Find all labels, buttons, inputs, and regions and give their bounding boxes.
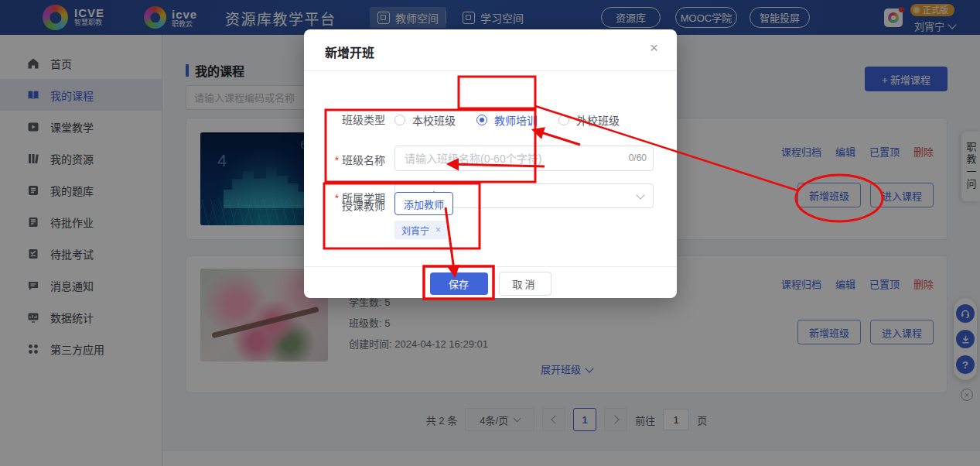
class-type-label: 班级类型	[319, 109, 385, 131]
chevron-down-icon	[636, 190, 644, 199]
radio-teacher-training[interactable]: 教师培训	[476, 112, 538, 128]
class-name-label: 班级名称	[319, 152, 385, 167]
radio-external-school-class[interactable]: 外校班级	[558, 112, 620, 128]
add-class-modal: 新增开班 × 班级类型 本校班级 教师培训 外校班级 班级名称 0/60 所属学…	[304, 29, 677, 298]
radio-icon-selected	[476, 115, 487, 125]
radio-icon	[558, 115, 569, 125]
save-button[interactable]: 保存	[430, 272, 488, 295]
char-counter: 0/60	[629, 152, 647, 163]
radio-icon	[394, 115, 405, 125]
modal-header: 新增开班 ×	[304, 29, 677, 71]
class-name-field: 0/60	[394, 146, 654, 171]
class-name-input[interactable]	[394, 146, 654, 171]
add-teacher-button[interactable]: 添加教师	[394, 192, 453, 215]
modal-footer: 保存 取消	[304, 266, 677, 298]
class-type-radio-group: 本校班级 教师培训 外校班级	[394, 109, 640, 131]
teacher-label: 授课教师	[319, 197, 385, 213]
close-icon[interactable]: ×	[650, 40, 658, 55]
teacher-tag: 刘宵宁 ×	[394, 221, 448, 239]
modal-title: 新增开班	[325, 43, 374, 61]
tag-remove-icon[interactable]: ×	[435, 224, 441, 235]
app-screen: ICVE 智慧职教 icve 职教云 资源库教学平台 教师空间 学习空间 资源库…	[0, 0, 980, 466]
cancel-button[interactable]: 取消	[499, 272, 551, 296]
radio-own-school-class[interactable]: 本校班级	[394, 112, 456, 128]
